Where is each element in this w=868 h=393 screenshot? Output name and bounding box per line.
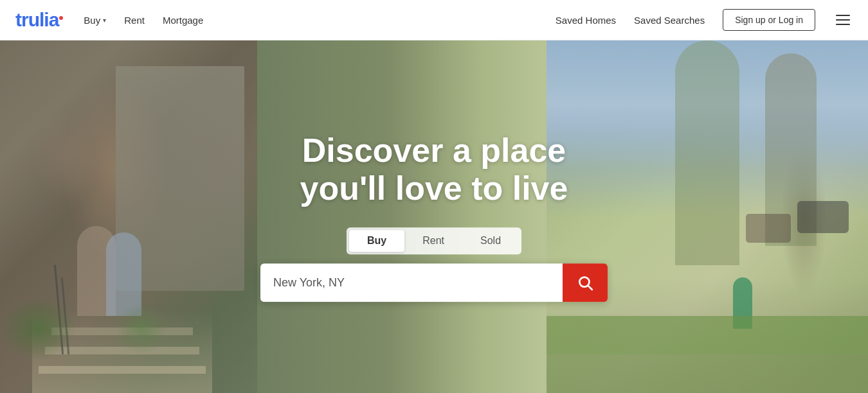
hero-content: Discover a place you'll love to live Buy… bbox=[260, 132, 608, 302]
nav-rent-link[interactable]: Rent bbox=[124, 15, 145, 26]
saved-homes-link[interactable]: Saved Homes bbox=[556, 15, 616, 26]
logo[interactable]: trulia bbox=[15, 9, 63, 31]
nav-buy-label: Buy bbox=[84, 15, 100, 26]
navbar: trulia Buy ▾ Rent Mortgage Saved Homes S… bbox=[0, 0, 868, 40]
tab-sold[interactable]: Sold bbox=[462, 230, 519, 252]
nav-mortgage-link[interactable]: Mortgage bbox=[163, 15, 203, 26]
hamburger-line bbox=[836, 19, 850, 21]
tab-buy[interactable]: Buy bbox=[349, 230, 404, 252]
hamburger-line bbox=[836, 24, 850, 25]
hamburger-menu-button[interactable] bbox=[833, 12, 853, 28]
signup-button[interactable]: Sign up or Log in bbox=[723, 9, 815, 31]
search-input[interactable] bbox=[260, 263, 563, 302]
saved-searches-link[interactable]: Saved Searches bbox=[634, 15, 705, 26]
nav-mortgage-label: Mortgage bbox=[163, 15, 203, 26]
tab-rent[interactable]: Rent bbox=[404, 230, 462, 252]
hero-section: Discover a place you'll love to live Buy… bbox=[0, 40, 868, 393]
hamburger-line bbox=[836, 15, 850, 16]
nav-buy-link[interactable]: Buy ▾ bbox=[84, 15, 106, 26]
nav-rent-label: Rent bbox=[124, 15, 145, 26]
buy-chevron-icon: ▾ bbox=[103, 17, 106, 24]
svg-line-1 bbox=[588, 286, 592, 290]
nav-links: Buy ▾ Rent Mortgage bbox=[84, 15, 555, 26]
search-icon bbox=[577, 274, 593, 291]
search-type-tabs: Buy Rent Sold bbox=[347, 227, 521, 254]
nav-right: Saved Homes Saved Searches Sign up or Lo… bbox=[556, 9, 853, 31]
search-bar bbox=[260, 263, 608, 302]
logo-text: trulia bbox=[15, 9, 63, 31]
svg-point-0 bbox=[579, 277, 589, 287]
hero-title: Discover a place you'll love to live bbox=[260, 132, 608, 209]
search-button[interactable] bbox=[563, 263, 608, 302]
